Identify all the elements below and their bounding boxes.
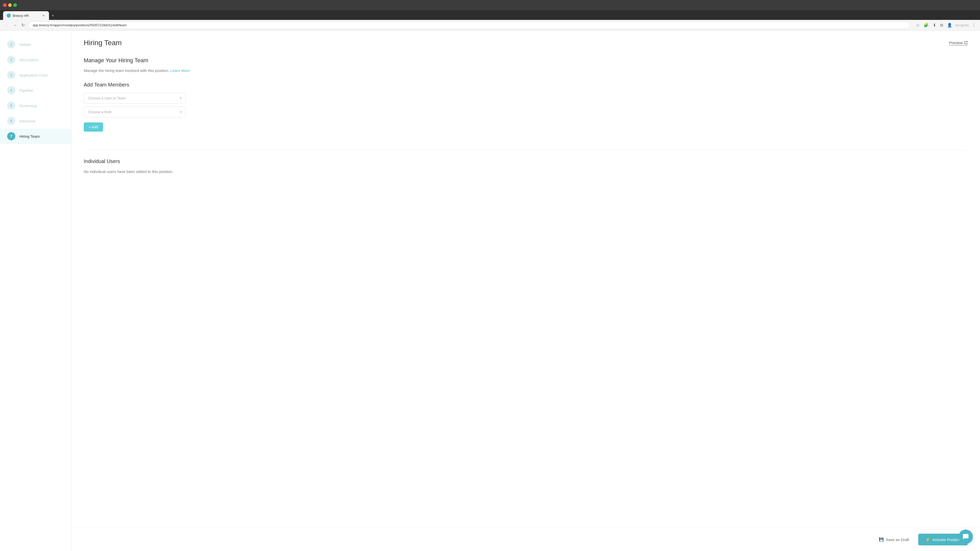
sidebar-item-hiring-team[interactable]: 7 Hiring Team xyxy=(0,129,71,144)
sidebar-label-pipeline: Pipeline xyxy=(19,88,33,93)
sidebar-label-hiring-team: Hiring Team xyxy=(19,134,40,138)
section-divider xyxy=(84,150,968,150)
role-chevron-icon: ▾ xyxy=(180,110,181,114)
tab-title: Breezy HR xyxy=(13,14,39,17)
role-dropdown[interactable]: Choose a Role ▾ xyxy=(84,106,186,118)
individuals-section: Individual Users No individual users hav… xyxy=(84,159,968,174)
dropdown-row: Choose a User or Team ▾ Choose a Role ▾ xyxy=(84,93,186,118)
sidebar-label-details: Details xyxy=(19,42,31,47)
tab-close-button[interactable]: ✕ xyxy=(41,14,45,17)
browser-titlebar: ✕ − + xyxy=(0,0,980,10)
url-text: app.breezy.hr/app/c/moodjoy/positions/59… xyxy=(33,23,905,27)
individuals-empty-message: No individual users have been added to t… xyxy=(84,169,968,174)
step-circle-7: 7 xyxy=(7,132,15,140)
preview-link[interactable]: Preview xyxy=(949,41,968,45)
role-placeholder: Choose a Role xyxy=(88,110,112,114)
split-view-icon[interactable]: ⧉ xyxy=(939,22,944,29)
browser-chrome: ✕ − + Breezy HR ✕ + ← → ↻ app.breezy.hr/… xyxy=(0,0,980,30)
user-team-chevron-icon: ▾ xyxy=(180,97,181,100)
step-circle-5: 5 xyxy=(7,102,15,110)
extensions-icon[interactable]: 🧩 xyxy=(923,22,930,29)
user-team-dropdown[interactable]: Choose a User or Team ▾ xyxy=(84,93,186,103)
window-controls: ✕ − + xyxy=(3,3,17,7)
new-tab-button[interactable]: + xyxy=(49,11,57,20)
activate-label: Activate Position xyxy=(932,537,961,542)
address-bar: ← → ↻ app.breezy.hr/app/c/moodjoy/positi… xyxy=(0,20,980,30)
manage-section-desc: Manage the hiring team involved with thi… xyxy=(84,68,968,74)
footer-actions: 💾 Save as Draft ⚡ Activate Position xyxy=(72,527,980,551)
sidebar-label-application-form: Application Form xyxy=(19,73,48,77)
sidebar-item-application-form[interactable]: 3 Application Form xyxy=(0,67,71,83)
page-header: Hiring Team Preview xyxy=(84,39,968,47)
tab-bar: Breezy HR ✕ + xyxy=(0,10,980,20)
minimize-window-button[interactable]: − xyxy=(8,3,12,7)
individuals-title: Individual Users xyxy=(84,159,968,164)
reload-button[interactable]: ↻ xyxy=(21,22,26,29)
address-icons: ☆ 🧩 ⬇ ⧉ 👤 Incognito ⋮ xyxy=(915,22,977,29)
app-layout: 1 Details 2 Description 3 Application Fo… xyxy=(0,30,980,551)
sidebar-item-description[interactable]: 2 Description xyxy=(0,52,71,67)
save-draft-button[interactable]: 💾 Save as Draft xyxy=(874,534,914,545)
incognito-label: Incognito xyxy=(955,23,969,27)
save-draft-label: Save as Draft xyxy=(886,537,909,542)
sidebar-item-advertise[interactable]: 6 Advertise xyxy=(0,113,71,129)
bookmark-icon[interactable]: ☆ xyxy=(915,22,921,29)
active-tab[interactable]: Breezy HR ✕ xyxy=(3,11,49,20)
add-members-title: Add Team Members xyxy=(84,82,968,88)
sidebar-label-screening: Screening xyxy=(19,103,37,108)
menu-icon[interactable]: ⋮ xyxy=(971,22,977,29)
tab-favicon xyxy=(6,14,11,17)
main-content: Hiring Team Preview Manage Your Hiring T… xyxy=(72,30,980,527)
sidebar-item-pipeline[interactable]: 4 Pipeline xyxy=(0,83,71,98)
external-link-icon xyxy=(964,41,968,44)
manage-section-title: Manage Your Hiring Team xyxy=(84,57,968,64)
download-icon[interactable]: ⬇ xyxy=(932,22,937,29)
sidebar-item-details[interactable]: 1 Details xyxy=(0,37,71,52)
sidebar: 1 Details 2 Description 3 Application Fo… xyxy=(0,30,72,551)
step-circle-4: 4 xyxy=(7,86,15,94)
sidebar-item-screening[interactable]: 5 Screening xyxy=(0,98,71,113)
url-bar[interactable]: app.breezy.hr/app/c/moodjoy/positions/59… xyxy=(28,21,910,29)
back-button[interactable]: ← xyxy=(3,22,9,29)
forward-button[interactable]: → xyxy=(12,22,18,29)
sidebar-label-description: Description xyxy=(19,58,38,62)
maximize-window-button[interactable]: + xyxy=(13,3,17,7)
step-circle-3: 3 xyxy=(7,71,15,79)
sidebar-label-advertise: Advertise xyxy=(19,119,35,123)
add-member-button[interactable]: + Add xyxy=(84,122,103,132)
incognito-icon: 👤 xyxy=(946,22,953,29)
chat-icon xyxy=(963,534,969,540)
step-circle-2: 2 xyxy=(7,56,15,64)
close-window-button[interactable]: ✕ xyxy=(3,3,6,7)
step-circle-1: 1 xyxy=(7,40,15,48)
step-circle-6: 6 xyxy=(7,117,15,125)
save-draft-icon: 💾 xyxy=(879,537,884,542)
preview-label: Preview xyxy=(949,41,963,45)
activate-icon: ⚡ xyxy=(925,537,930,542)
user-team-placeholder: Choose a User or Team xyxy=(88,96,126,100)
chat-support-button[interactable] xyxy=(959,530,973,544)
learn-more-link[interactable]: Learn More xyxy=(170,68,190,73)
page-title: Hiring Team xyxy=(84,39,122,47)
